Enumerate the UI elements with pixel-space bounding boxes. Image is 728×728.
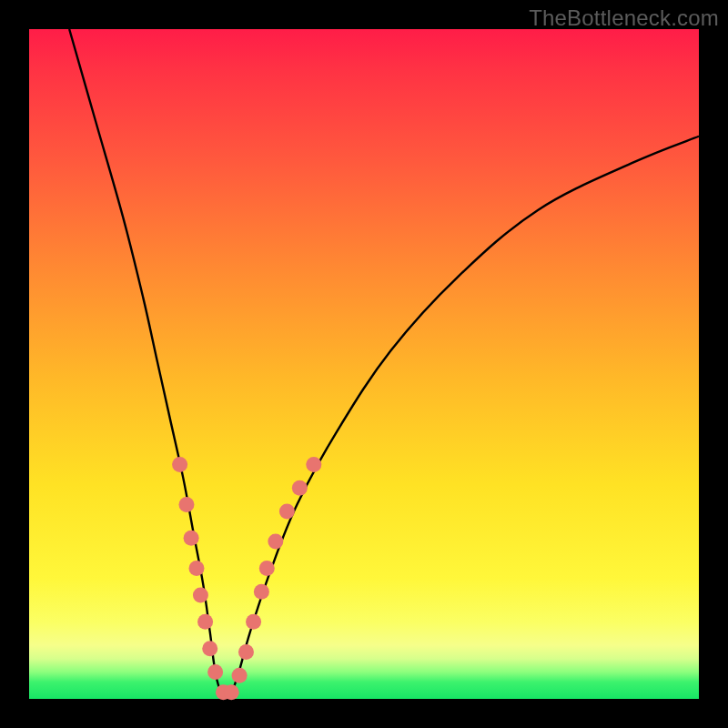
plot-area [29, 29, 699, 699]
sample-dot [197, 614, 213, 630]
bottleneck-curve-path [69, 29, 699, 699]
sample-dot [254, 584, 269, 600]
watermark-text: TheBottleneck.com [529, 5, 719, 31]
sample-dot [178, 497, 194, 512]
sample-dot [232, 668, 248, 683]
sample-dot [193, 587, 208, 602]
chart-frame: TheBottleneck.com [0, 0, 728, 728]
sample-dot [238, 644, 254, 660]
sample-dot [202, 641, 217, 656]
sample-dot [279, 503, 295, 519]
sample-dot [246, 614, 261, 630]
curve-svg [29, 29, 699, 699]
sample-dot [224, 684, 239, 700]
sample-dot [207, 664, 223, 680]
sample-dots-group [172, 457, 321, 700]
sample-dot [184, 531, 199, 546]
sample-dot [259, 561, 275, 576]
sample-dot [292, 480, 308, 496]
sample-dot [189, 561, 205, 576]
sample-dot [268, 534, 283, 550]
sample-dot [306, 457, 321, 472]
sample-dot [172, 457, 187, 472]
